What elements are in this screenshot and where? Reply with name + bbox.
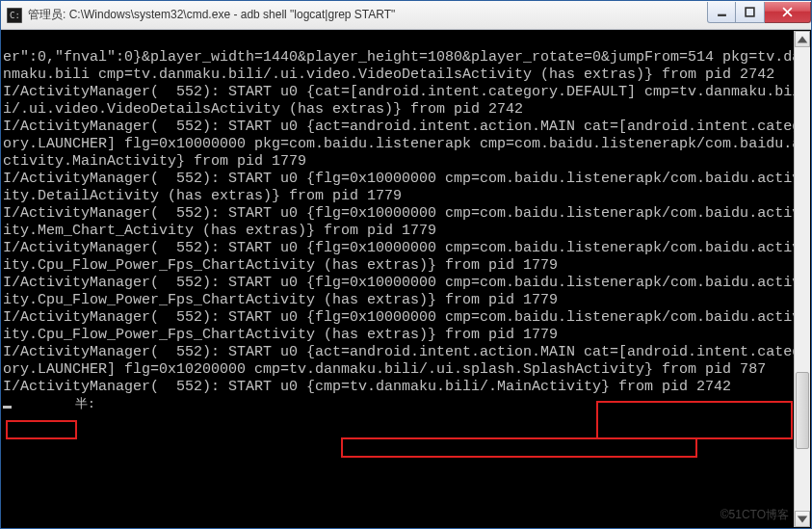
- cmd-window: C: 管理员: C:\Windows\system32\cmd.exe - ad…: [0, 0, 812, 529]
- log-line: I/ActivityManager( 552): START u0 {flg=0…: [3, 309, 800, 343]
- close-button[interactable]: [765, 2, 811, 23]
- cmd-icon: C:: [7, 8, 22, 23]
- scroll-track[interactable]: [795, 47, 810, 511]
- svg-rect-2: [718, 13, 726, 15]
- log-line: I/ActivityManager( 552): START u0 {flg=0…: [3, 275, 800, 308]
- titlebar[interactable]: C: 管理员: C:\Windows\system32\cmd.exe - ad…: [1, 1, 811, 30]
- log-line: I/ActivityManager( 552): START u0 {flg=0…: [3, 171, 800, 204]
- log-line: I/ActivityManager( 552): START u0 {flg=0…: [3, 205, 800, 239]
- scroll-down-button[interactable]: [795, 511, 810, 527]
- svg-rect-3: [746, 8, 754, 16]
- window-controls: [707, 2, 811, 23]
- cursor: [3, 406, 12, 409]
- terminal-output[interactable]: er":0,"fnval":0}&player_width=1440&playe…: [1, 30, 811, 528]
- log-line: I/ActivityManager( 552): START u0 {cat=[…: [3, 84, 800, 118]
- vertical-scrollbar[interactable]: [794, 31, 810, 527]
- svg-text:C:: C:: [10, 11, 20, 20]
- maximize-button[interactable]: [736, 2, 765, 23]
- minimize-button[interactable]: [707, 2, 736, 23]
- log-line: I/ActivityManager( 552): START u0 {act=a…: [3, 119, 800, 170]
- log-line: I/ActivityManager( 552): START u0 {cmp=t…: [3, 379, 731, 395]
- window-title: 管理员: C:\Windows\system32\cmd.exe - adb s…: [28, 7, 707, 23]
- log-line: I/ActivityManager( 552): START u0 {act=a…: [3, 344, 800, 378]
- log-line: er":0,"fnval":0}&player_width=1440&playe…: [3, 49, 800, 83]
- scroll-up-button[interactable]: [795, 31, 810, 47]
- watermark: ©51CTO博客: [720, 507, 789, 523]
- ime-indicator: 半:: [72, 396, 98, 413]
- scroll-thumb[interactable]: [796, 372, 809, 449]
- log-line: I/ActivityManager( 552): START u0 {flg=0…: [3, 240, 800, 274]
